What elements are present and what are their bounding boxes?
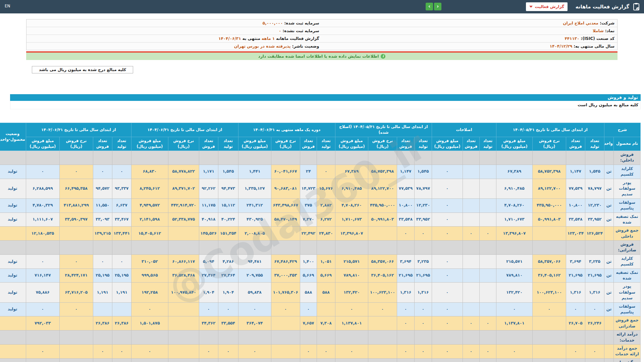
value-cell: ۰: [112, 254, 131, 268]
value-cell: ۲۱,۶۹۵: [585, 268, 604, 283]
value-cell: ۰: [317, 165, 335, 179]
status-cell: [0, 344, 26, 358]
table-row: کلراید کلسیمتن۱,۵۴۵۱,۱۴۷۵۸,۷۵۲,۳۹۸۶۷,۳۸۹…: [0, 165, 641, 179]
value-cell: [26, 241, 59, 255]
value-cell: ۹۴,۵۷۲: [93, 179, 112, 198]
value-cell: ۷۵,۸۸۶: [26, 283, 59, 302]
previous-report-button[interactable]: ‹: [426, 3, 433, 10]
value-cell: ۲۶,۲۴۶: [585, 316, 604, 330]
signature-notice: i اطلاعات نمایش داده شده با اطلاعات امضا…: [26, 53, 618, 60]
value-cell: [317, 358, 335, 362]
value-cell: ۱۱,۱۷۵: [199, 198, 218, 213]
value-cell: [317, 241, 335, 255]
value-cell: [93, 358, 112, 362]
section-label: فروش داخلي:: [614, 151, 641, 165]
value-cell: [238, 151, 271, 165]
value-cell: [479, 330, 496, 345]
value-cell: ۰: [414, 227, 432, 241]
column-header: مبلغ فروش (میلیون ریال): [131, 137, 168, 151]
top-bar: گزارش فعالیت ماهانه گزارش فعالیت ‹ › EN: [0, 0, 644, 13]
value-cell: ۰: [432, 227, 463, 241]
value-cell: ۹۹۹,۵۶۵: [131, 268, 168, 283]
value-cell: ۶,۲۷۲: [317, 213, 335, 227]
value-cell: ۰: [432, 179, 463, 198]
value-cell: ۰: [300, 344, 317, 358]
value-cell: ۵۸,۴۷۰,۱۴۹: [271, 213, 300, 227]
value-cell: ۱۰,۸۰۰: [397, 198, 414, 213]
unit-cell: تن: [604, 165, 613, 179]
value-cell: ۵۰,۹۹۱,۸۰۳: [532, 213, 566, 227]
company-info-panel: شرکت: معدني املاح ايرانسرمایه ثبت شده: ۵…: [26, 19, 618, 50]
value-cell: ۲۵,۱۹۵: [112, 268, 131, 283]
value-cell: ۰: [26, 344, 59, 358]
unit-cell: تن: [604, 213, 613, 227]
value-cell: ۷۸۹,۸۱۰: [335, 268, 368, 283]
value-cell: ۷۹۲,۰۳۳: [26, 316, 59, 330]
value-cell: ۱۹۲,۲۵۸: [131, 283, 168, 302]
company-info-cell: سرمایه ثبت نشده: ۰: [26, 27, 322, 35]
value-cell: [532, 358, 566, 362]
value-cell: [496, 151, 532, 165]
language-toggle[interactable]: EN: [5, 4, 10, 8]
value-cell: ۲,۱۴۱,۵۹۸: [131, 213, 168, 227]
status-cell: تولید: [0, 302, 26, 316]
info-icon: i: [381, 54, 385, 59]
column-header: مبلغ فروش (میلیون ریال): [496, 137, 532, 151]
value-cell: ۰: [397, 316, 414, 330]
value-cell: ۵,۶۶۹: [317, 268, 335, 283]
value-cell: ۵۸,۷۵۲,۳۹۸: [532, 165, 566, 179]
value-cell: ۰: [432, 198, 463, 213]
value-cell: ۰: [463, 227, 479, 241]
product-name-cell: نمک تصفیه شده: [614, 268, 641, 283]
value-cell: ۶,۹۱۰,۴۸۵: [335, 179, 368, 198]
value-cell: [238, 358, 271, 362]
value-cell: [463, 330, 479, 345]
value-cell: ۱,۱۱۱,۶۰۷: [26, 213, 59, 227]
product-name-cell: پودر سولفات سدیم: [614, 283, 641, 302]
value-cell: ۶۴۳,۴۹۸,۶۶۷: [271, 198, 300, 213]
value-cell: ۱۵,۴۰۵,۶۱۲: [131, 227, 168, 241]
value-cell: ۰: [532, 302, 566, 316]
value-cell: ۰: [566, 302, 585, 316]
value-cell: ۲۷,۳۶۴: [199, 268, 218, 283]
next-report-button[interactable]: ›: [434, 3, 441, 10]
table-row: کلراید کلسیمتن۳,۲۳۵۳,۶۹۴۵۸,۳۵۷,۰۶۶۲۱۵,۵۷…: [0, 254, 641, 268]
value-cell: ۰: [414, 316, 432, 330]
value-cell: ۳,۶۹۴: [397, 254, 414, 268]
status-cell: [0, 316, 26, 330]
column-header: مبلغ فروش (میلیون ریال): [238, 137, 271, 151]
value-cell: [26, 151, 59, 165]
value-cell: ۸۹,۳۷۱,۷۰۲: [168, 179, 199, 198]
value-cell: ۱,۳۱۶: [414, 283, 432, 302]
column-header: تعداد فروش: [397, 137, 414, 151]
value-cell: ۰: [131, 344, 168, 358]
value-cell: ۰: [271, 302, 300, 316]
value-cell: [168, 241, 199, 255]
value-cell: ۰: [238, 344, 271, 358]
value-cell: ۲۵,۱۹۵: [93, 268, 112, 283]
table-row: جمع فروش داخلی۱۲۶,۵۲۴۱۲۳,۰۳۴۱۳,۳۹۶,۸۰۷۰۰…: [0, 227, 641, 241]
value-cell: ۲,۸۸۲: [317, 198, 335, 213]
column-header: اصلاحات: [432, 123, 496, 137]
value-cell: ۳۳,۴۶۷: [112, 213, 131, 227]
value-cell: ۲۱۵,۵۷۱: [335, 254, 368, 268]
value-cell: ۶۰,۸۶۶,۱۱۷: [168, 254, 199, 268]
value-cell: ۴,۷۰۸,۲۶۰: [335, 198, 368, 213]
column-header: تعداد تولید: [414, 137, 432, 151]
value-cell: ۰: [414, 302, 432, 316]
unit-cell: [604, 344, 613, 358]
value-cell: [93, 151, 112, 165]
report-type-dropdown[interactable]: گزارش فعالیت: [526, 2, 568, 11]
section-label: برگشت از فروش:: [614, 358, 641, 362]
value-cell: [168, 316, 199, 330]
value-cell: ۳۳,۵۹۰,۳۹۷: [59, 213, 93, 227]
value-cell: ۴,۹۴۹,۵۷۲: [131, 198, 168, 213]
value-cell: ۰: [199, 344, 218, 358]
column-header: تعداد فروش: [463, 137, 479, 151]
value-cell: ۷,۶۵۷: [300, 316, 317, 330]
value-cell: [317, 302, 335, 316]
status-cell: تولید: [0, 268, 26, 283]
product-name-cell: کلراید کلسیم: [614, 165, 641, 179]
table-row: جمع فروش صادراتی۲۶,۲۴۶۲۶,۷۰۵۱,۱۳۷,۸۰۱۰۰۰…: [0, 316, 641, 330]
value-cell: [238, 330, 271, 345]
